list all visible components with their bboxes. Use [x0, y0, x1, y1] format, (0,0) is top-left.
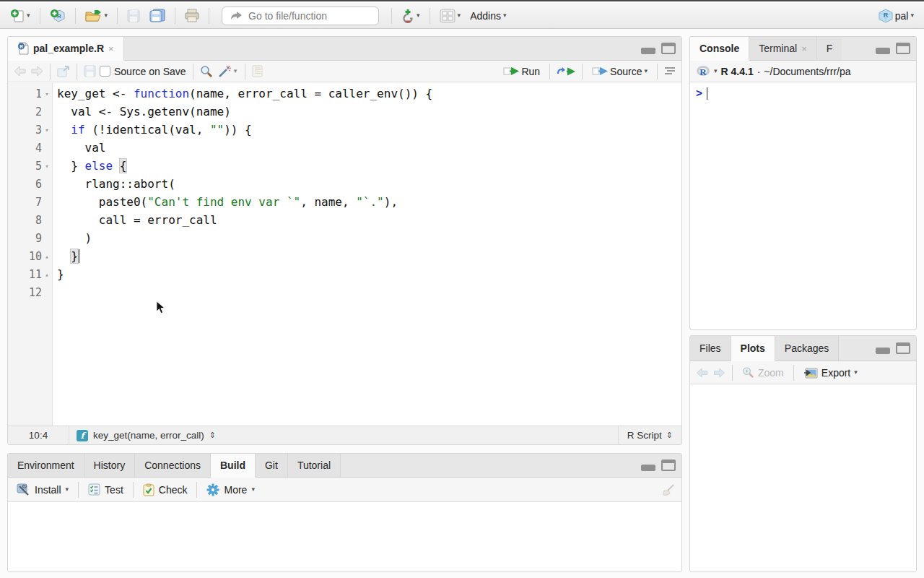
new-project-button[interactable]: R — [47, 7, 69, 25]
install-button[interactable]: Install ▾ — [14, 481, 71, 499]
git-tab-label: Git — [265, 460, 278, 471]
code-editor[interactable]: 1▾23▾45▾678910▴11▴12 key_get <- function… — [8, 83, 681, 426]
plot-back-icon[interactable] — [696, 368, 709, 378]
compile-report-icon[interactable] — [252, 65, 263, 77]
goto-file-input[interactable]: Go to file/function — [222, 7, 379, 25]
maximize-source-icon[interactable] — [661, 43, 676, 54]
jobs-tab-label: F — [827, 43, 833, 54]
file-type-selector[interactable]: R Script ⇕ — [618, 426, 681, 444]
code-lines[interactable]: key_get <- function(name, error_call = c… — [53, 83, 681, 426]
tab-pal-example[interactable]: R pal_example.R × — [8, 37, 124, 61]
popout-icon[interactable] — [57, 66, 70, 77]
source-tabbar: R pal_example.R × — [8, 37, 681, 61]
save-source-icon[interactable] — [84, 65, 96, 77]
project-cube-icon: R — [879, 9, 893, 23]
connections-tab-label: Connections — [144, 460, 201, 471]
forward-icon[interactable] — [30, 66, 43, 77]
plots-tabbar: Files Plots Packages — [690, 336, 916, 361]
code-line: } else { — [53, 157, 681, 175]
addins-caret-icon: ▾ — [503, 12, 507, 19]
tab-plots[interactable]: Plots — [731, 336, 775, 361]
path-dot: · — [757, 66, 761, 77]
source-on-save-label: Source on Save — [114, 66, 186, 77]
r-logo-icon: R — [696, 65, 710, 77]
code-tools-caret-icon: ▾ — [234, 68, 237, 74]
source-statusbar: 10:4 f key_get(name, error_call) ⇕ R Scr… — [8, 426, 681, 444]
build-content[interactable] — [8, 502, 681, 572]
plot-export-button[interactable]: Export ▾ — [801, 365, 860, 381]
plot-forward-icon[interactable] — [712, 368, 725, 378]
plots-content[interactable] — [690, 384, 916, 572]
addins-label: Addins — [470, 10, 501, 22]
goto-placeholder: Go to file/function — [248, 10, 327, 22]
tab-console[interactable]: Console — [690, 37, 749, 61]
clear-build-icon[interactable] — [661, 483, 676, 496]
rerun-icon[interactable] — [557, 66, 575, 77]
export-caret-icon: ▾ — [854, 369, 858, 376]
code-line: if (!identical(val, "")) { — [53, 121, 681, 139]
environment-tab-label: Environment — [17, 460, 74, 471]
test-button[interactable]: Test — [85, 481, 126, 498]
console-toolbar: R ▾ R 4.4.1 · ~/Documents/rrr/pa — [690, 61, 916, 82]
export-label: Export — [821, 367, 850, 379]
run-button[interactable]: Run — [500, 64, 543, 79]
save-button[interactable] — [124, 7, 143, 25]
r-version-caret-icon[interactable]: ▾ — [714, 68, 718, 74]
code-line: } — [53, 247, 681, 265]
save-all-icon — [149, 9, 165, 22]
minimize-console-icon[interactable] — [876, 48, 890, 54]
source-on-save-checkbox[interactable] — [100, 66, 110, 77]
project-caret-icon: ▾ — [910, 12, 914, 19]
more-button[interactable]: More ▾ — [204, 481, 257, 499]
code-line: val <- Sys.getenv(name) — [53, 103, 681, 121]
open-file-button[interactable]: ▾ — [82, 7, 111, 25]
terminal-close-icon[interactable]: × — [801, 43, 807, 54]
tab-build[interactable]: Build — [211, 454, 256, 478]
document-outline-icon[interactable] — [664, 66, 676, 76]
maximize-plots-icon[interactable] — [896, 342, 910, 354]
tab-terminal[interactable]: Terminal × — [749, 37, 817, 60]
minimize-build-icon[interactable] — [641, 465, 655, 471]
maximize-console-icon[interactable] — [896, 43, 910, 54]
panes-grid-icon — [440, 9, 456, 23]
check-button[interactable]: Check — [140, 481, 191, 499]
tab-close-icon[interactable]: × — [108, 43, 114, 54]
source-pane: R pal_example.R × Source on Save ▾ Run — [7, 36, 682, 445]
install-label: Install — [35, 484, 61, 496]
export-image-icon — [803, 367, 818, 379]
find-replace-icon[interactable] — [200, 65, 213, 78]
version-control-button[interactable]: ▾ — [398, 7, 423, 25]
tab-environment[interactable]: Environment — [8, 454, 84, 477]
scope-label: key_get(name, error_call) — [93, 430, 204, 441]
save-all-button[interactable] — [147, 7, 168, 25]
console-output[interactable]: > — [690, 82, 916, 104]
tab-connections[interactable]: Connections — [135, 454, 211, 477]
tab-history[interactable]: History — [84, 454, 136, 477]
minimize-plots-icon[interactable] — [876, 348, 890, 354]
packages-tab-label: Packages — [785, 342, 829, 354]
working-directory[interactable]: ~/Documents/rrr/pa — [764, 66, 850, 77]
tab-background-jobs[interactable]: F — [817, 37, 842, 60]
tab-files[interactable]: Files — [690, 336, 731, 361]
new-file-button[interactable]: ▾ — [7, 7, 33, 25]
project-menu-button[interactable]: R pal ▾ — [876, 7, 917, 25]
back-icon[interactable] — [14, 66, 27, 77]
minimize-source-icon[interactable] — [641, 48, 655, 54]
plot-zoom-button[interactable]: Zoom — [739, 364, 787, 381]
run-label: Run — [521, 66, 540, 77]
source-button[interactable]: Source ▾ — [589, 64, 650, 79]
r-file-icon: R — [17, 42, 29, 55]
panes-layout-button[interactable]: ▾ — [437, 7, 464, 25]
scope-updown-icon: ⇕ — [209, 431, 216, 440]
tab-tutorial[interactable]: Tutorial — [288, 454, 341, 477]
addins-button[interactable]: Addins ▾ — [467, 8, 509, 24]
svg-text:R: R — [19, 44, 23, 49]
scope-selector[interactable]: f key_get(name, error_call) ⇕ — [69, 430, 223, 441]
maximize-build-icon[interactable] — [661, 460, 676, 471]
code-tools-button[interactable]: ▾ — [217, 65, 239, 78]
print-button[interactable] — [182, 7, 202, 25]
zoom-icon — [742, 366, 754, 379]
svg-text:R: R — [699, 66, 707, 77]
tab-packages[interactable]: Packages — [775, 336, 839, 361]
tab-git[interactable]: Git — [256, 454, 288, 477]
